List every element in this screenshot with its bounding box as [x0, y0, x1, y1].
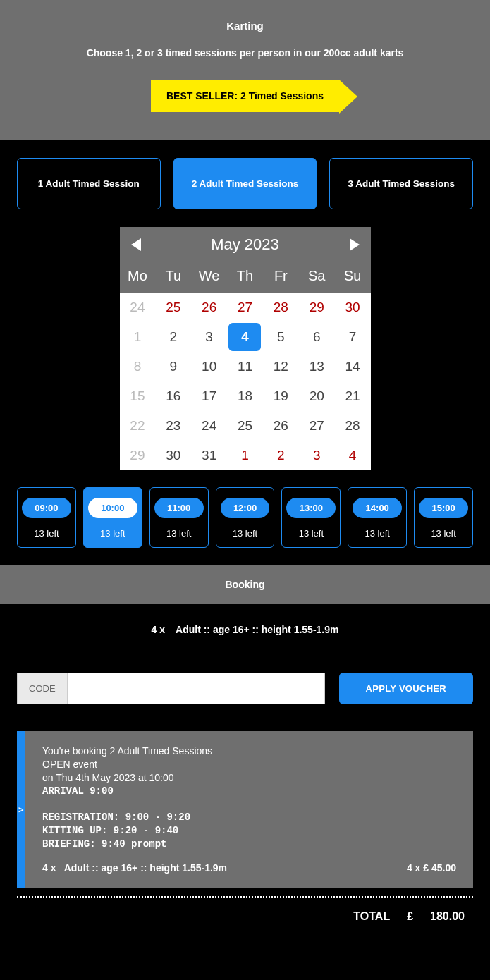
details-registration: REGISTRATION: 9:00 - 9:20 [42, 811, 456, 823]
calendar-cell[interactable]: 1 [227, 441, 263, 470]
time-slot[interactable]: 12:0013 left [216, 487, 275, 548]
calendar-cell[interactable]: 21 [335, 381, 371, 411]
booking-heading: Booking [0, 565, 490, 604]
details-bottom-right: 4 x £ 45.00 [407, 862, 456, 874]
page-title: Karting [14, 20, 476, 32]
calendar-day-header: We [191, 268, 227, 284]
time-slots: 09:0013 left10:0013 left11:0013 left12:0… [0, 470, 490, 565]
header: Karting Choose 1, 2 or 3 timed sessions … [0, 0, 490, 140]
time-pill: 09:00 [22, 498, 71, 518]
calendar-cell[interactable]: 5 [263, 322, 299, 352]
time-left: 13 left [286, 528, 336, 539]
details-caret-icon[interactable]: > [18, 804, 24, 815]
booking-qty: 4 x [152, 624, 165, 635]
calendar-cell[interactable]: 7 [335, 322, 371, 352]
time-left: 13 left [22, 528, 71, 539]
calendar-day-header: Th [227, 268, 263, 284]
calendar-day-header: Sa [299, 268, 335, 284]
calendar-day-header: Mo [120, 268, 156, 284]
calendar-cell[interactable]: 13 [299, 352, 335, 381]
calendar-cell: 22 [120, 411, 156, 441]
calendar-cell[interactable]: 26 [191, 293, 227, 322]
calendar: May 2023 MoTuWeThFrSaSu 2425262728293012… [120, 227, 371, 470]
calendar-cell[interactable]: 2 [155, 322, 191, 352]
calendar-cell[interactable]: 3 [191, 322, 227, 352]
calendar-cell[interactable]: 4 [335, 441, 371, 470]
time-slot[interactable]: 15:0013 left [414, 487, 473, 548]
details-bottom-left: 4 x Adult :: age 16+ :: height 1.55-1.9m [42, 862, 227, 874]
calendar-cell[interactable]: 12 [263, 352, 299, 381]
details-line: on Thu 4th May 2023 at 10:00 [42, 772, 456, 783]
time-pill: 15:00 [419, 498, 468, 518]
calendar-next-icon[interactable] [350, 238, 360, 251]
details-line: OPEN event [42, 759, 456, 770]
calendar-cell: 8 [120, 352, 156, 381]
calendar-cell[interactable]: 28 [335, 411, 371, 441]
booking-summary: 4 x Adult :: age 16+ :: height 1.55-1.9m [17, 604, 473, 651]
calendar-cell[interactable]: 25 [227, 411, 263, 441]
calendar-cell[interactable]: 28 [263, 293, 299, 322]
calendar-cell[interactable]: 2 [263, 441, 299, 470]
time-left: 13 left [154, 528, 204, 539]
time-slot[interactable]: 14:0013 left [348, 487, 407, 548]
total-label: TOTAL [353, 910, 390, 923]
calendar-month-label: May 2023 [211, 235, 279, 254]
page-subtitle: Choose 1, 2 or 3 timed sessions per pers… [14, 47, 476, 59]
calendar-cell[interactable]: 25 [155, 293, 191, 322]
calendar-cell[interactable]: 23 [155, 411, 191, 441]
calendar-cell[interactable]: 31 [191, 441, 227, 470]
calendar-cell: 15 [120, 381, 156, 411]
session-tab-1[interactable]: 1 Adult Timed Session [17, 158, 161, 209]
calendar-cell[interactable]: 27 [299, 411, 335, 441]
session-tab-2[interactable]: 2 Adult Timed Sessions [173, 158, 317, 209]
time-pill: 12:00 [221, 498, 270, 518]
voucher-row: CODE APPLY VOUCHER [0, 651, 490, 725]
session-tabs: 1 Adult Timed Session2 Adult Timed Sessi… [0, 140, 490, 227]
calendar-cell: 24 [120, 293, 156, 322]
details-line: You're booking 2 Adult Timed Sessions [42, 745, 456, 757]
calendar-cell[interactable]: 18 [227, 381, 263, 411]
calendar-cell[interactable]: 14 [335, 352, 371, 381]
details-kitting: KITTING UP: 9:20 - 9:40 [42, 825, 456, 836]
calendar-cell[interactable]: 27 [227, 293, 263, 322]
time-slot[interactable]: 13:0013 left [281, 487, 341, 548]
calendar-cell[interactable]: 26 [263, 411, 299, 441]
calendar-cell[interactable]: 10 [191, 352, 227, 381]
apply-voucher-button[interactable]: APPLY VOUCHER [339, 673, 473, 704]
details-briefing: BRIEFING: 9:40 prompt [42, 838, 456, 850]
calendar-cell[interactable]: 4 [228, 323, 261, 351]
total-amount: 180.00 [430, 910, 465, 923]
time-left: 13 left [88, 528, 137, 539]
calendar-cell[interactable]: 19 [263, 381, 299, 411]
total-row: TOTAL £ 180.00 [0, 898, 490, 944]
calendar-cell[interactable]: 16 [155, 381, 191, 411]
details-arrival: ARRIVAL 9:00 [42, 785, 456, 797]
calendar-cell[interactable]: 24 [191, 411, 227, 441]
calendar-prev-icon[interactable] [131, 238, 141, 251]
calendar-cell[interactable]: 17 [191, 381, 227, 411]
calendar-cell[interactable]: 30 [155, 441, 191, 470]
calendar-day-header: Su [335, 268, 371, 284]
calendar-cell[interactable]: 9 [155, 352, 191, 381]
best-seller-badge: BEST SELLER: 2 Timed Sessions [151, 80, 339, 112]
calendar-day-header: Fr [263, 268, 299, 284]
calendar-cell: 1 [120, 322, 156, 352]
time-pill: 14:00 [353, 498, 402, 518]
calendar-cell[interactable]: 30 [335, 293, 371, 322]
calendar-cell[interactable]: 6 [299, 322, 335, 352]
time-left: 13 left [353, 528, 402, 539]
time-left: 13 left [419, 528, 468, 539]
total-currency: £ [407, 910, 413, 923]
code-input[interactable] [67, 673, 325, 704]
calendar-cell[interactable]: 11 [227, 352, 263, 381]
time-slot[interactable]: 09:0013 left [17, 487, 76, 548]
session-tab-3[interactable]: 3 Adult Timed Sessions [329, 158, 473, 209]
time-pill: 13:00 [286, 498, 336, 518]
time-slot[interactable]: 10:0013 left [83, 487, 142, 548]
calendar-cell[interactable]: 29 [299, 293, 335, 322]
calendar-cell[interactable]: 3 [299, 441, 335, 470]
time-slot[interactable]: 11:0013 left [149, 487, 209, 548]
calendar-cell: 29 [120, 441, 156, 470]
calendar-cell[interactable]: 20 [299, 381, 335, 411]
calendar-day-header: Tu [155, 268, 191, 284]
